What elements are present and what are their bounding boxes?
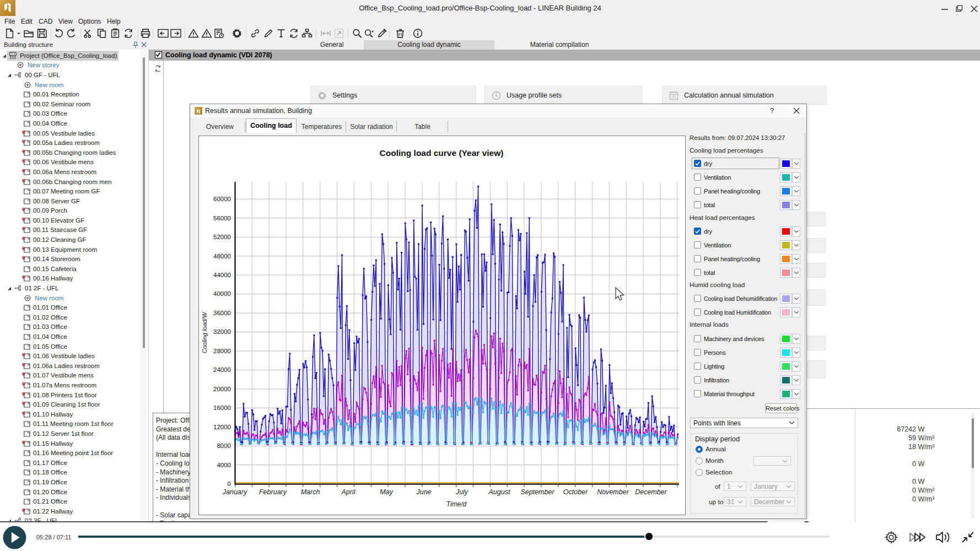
svg-text:October: October: [563, 488, 588, 496]
svg-text:48000: 48000: [213, 253, 231, 260]
svg-text:Cooling load/W: Cooling load/W: [201, 311, 208, 353]
svg-text:November: November: [597, 488, 629, 496]
svg-text:Cooling load curve (Year view): Cooling load curve (Year view): [380, 148, 504, 158]
svg-text:June: June: [416, 488, 431, 496]
svg-text:February: February: [259, 488, 287, 496]
svg-text:31: 31: [672, 95, 676, 99]
svg-text:May: May: [380, 488, 393, 496]
svg-text:December: December: [635, 488, 667, 496]
svg-text:January: January: [222, 488, 247, 496]
svg-text:August: August: [488, 488, 510, 496]
svg-text:April: April: [341, 488, 356, 496]
svg-text:March: March: [301, 488, 320, 496]
svg-text:20000: 20000: [213, 386, 231, 392]
svg-text:24000: 24000: [213, 366, 231, 373]
svg-text:52000: 52000: [213, 234, 231, 240]
svg-text:60000: 60000: [213, 196, 231, 202]
svg-text:12000: 12000: [213, 424, 231, 430]
svg-text:4000: 4000: [217, 462, 231, 468]
svg-text:56000: 56000: [213, 215, 231, 222]
svg-text:36000: 36000: [213, 310, 231, 316]
svg-text:September: September: [520, 488, 554, 496]
svg-text:Time/d: Time/d: [446, 500, 467, 508]
svg-text:40000: 40000: [213, 290, 231, 297]
svg-text:32000: 32000: [213, 328, 231, 335]
svg-text:28000: 28000: [213, 348, 231, 354]
svg-text:16000: 16000: [213, 404, 231, 411]
svg-text:44000: 44000: [213, 272, 231, 278]
svg-text:July: July: [455, 488, 469, 496]
svg-text:0: 0: [228, 480, 231, 487]
svg-text:8000: 8000: [217, 442, 231, 449]
